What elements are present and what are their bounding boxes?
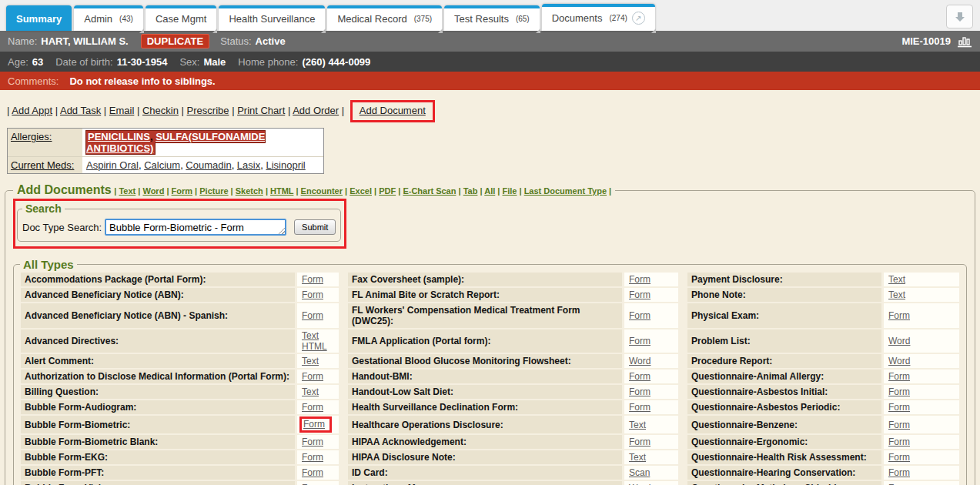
doc-type-link-last-document-type[interactable]: Last Document Type (524, 186, 607, 196)
doc-type-link-sketch[interactable]: Sketch (236, 186, 263, 196)
tab-summary[interactable]: Summary (6, 5, 72, 31)
doc-type-link-word[interactable]: Word (142, 186, 164, 196)
doc-type-link-all[interactable]: All (484, 186, 495, 196)
tab-test-results[interactable]: Test Results(65) (444, 5, 540, 31)
action-checkin[interactable]: Checkin (142, 105, 179, 116)
doc-link-word[interactable]: Word (629, 356, 651, 366)
doc-type-link-tab[interactable]: Tab (463, 186, 478, 196)
doc-link-form[interactable]: Form (888, 386, 910, 397)
doc-type-link-pdf[interactable]: PDF (379, 186, 396, 196)
patient-phone: (260) 444-0099 (302, 56, 370, 68)
allergy-penicillins[interactable]: PENICILLINS (88, 131, 150, 142)
tab-documents[interactable]: Documents(274)↗ (542, 4, 655, 31)
tab-health-surveillance[interactable]: Health Surveillance (219, 5, 325, 31)
patient-dob: 11-30-1954 (117, 56, 168, 68)
patient-status: Active (256, 35, 286, 47)
doc-link-text[interactable]: Text (888, 274, 905, 285)
doc-link-form[interactable]: Form (303, 419, 325, 430)
doc-link-form[interactable]: Form (302, 467, 323, 478)
table-row: Bubble Form-PFT:FormID Card:ScanQuestion… (21, 466, 959, 480)
doc-link-form[interactable]: Form (302, 436, 323, 447)
doc-link-form[interactable]: Form (302, 289, 323, 300)
doc-link-form[interactable]: Form (629, 289, 651, 300)
bar-chart-icon[interactable] (957, 35, 972, 48)
med-lisinopril[interactable]: Lisinopril (266, 159, 305, 171)
action-add-document[interactable]: Add Document (360, 105, 426, 116)
doc-link-word[interactable]: Word (888, 356, 910, 366)
doc-type-links-cell: TextHTML (297, 329, 339, 353)
doc-link-form[interactable]: Form (888, 420, 910, 430)
doc-link-word[interactable]: Word (888, 336, 910, 346)
column-gap (681, 370, 685, 383)
doc-link-form[interactable]: Form (629, 386, 651, 397)
doc-link-form[interactable]: Form (888, 452, 910, 463)
doc-link-form[interactable]: Form (888, 310, 910, 321)
doc-type-label: Bubble Form-Audiogram: (21, 400, 295, 414)
doc-link-form[interactable]: Form (302, 452, 323, 463)
doc-link-form[interactable]: Form (629, 402, 651, 413)
doc-type-quick-links: | Text | Word | Form | Picture | Sketch … (114, 186, 611, 196)
med-aspirin-oral[interactable]: Aspirin Oral (86, 159, 139, 171)
doc-link-form[interactable]: Form (629, 310, 651, 321)
doc-type-link-excel[interactable]: Excel (350, 186, 372, 196)
doc-link-form[interactable]: Form (888, 371, 910, 382)
doc-type-link-text[interactable]: Text (119, 186, 135, 196)
add-documents-section: Add Documents | Text | Word | Form | Pic… (5, 183, 975, 485)
doc-link-form[interactable]: Form (302, 371, 323, 382)
doc-type-link-html[interactable]: HTML (270, 186, 293, 196)
doc-link-text[interactable]: Text (629, 420, 646, 430)
doc-type-link-picture[interactable]: Picture (199, 186, 228, 196)
tab-admin[interactable]: Admin(43) (74, 5, 143, 31)
action-add-appt[interactable]: Add Appt (12, 105, 52, 116)
doc-type-links-cell: Form (884, 385, 959, 399)
action-add-task[interactable]: Add Task (60, 105, 101, 116)
doc-link-text[interactable]: Text (888, 289, 905, 300)
doc-type-label: FMLA Application (Portal form): (348, 329, 622, 353)
action-add-order[interactable]: Add Order (293, 105, 339, 116)
doc-link-form[interactable]: Form (888, 467, 910, 478)
action-prescribe[interactable]: Prescribe (187, 105, 229, 116)
submit-button[interactable]: Submit (294, 219, 336, 235)
doc-type-label: Handout-Low Salt Diet: (348, 385, 622, 399)
doc-type-link-encounter[interactable]: Encounter (301, 186, 343, 196)
doc-link-form[interactable]: Form (629, 436, 651, 447)
doc-link-text[interactable]: Text (302, 330, 319, 341)
doc-link-scan[interactable]: Scan (629, 467, 650, 478)
collapse-chart-button[interactable] (946, 5, 973, 28)
doc-link-text[interactable]: Text (302, 386, 319, 397)
doc-link-form[interactable]: Form (629, 371, 651, 382)
column-gap (681, 329, 685, 353)
column-gap (681, 400, 685, 414)
doc-link-form[interactable]: Form (888, 436, 910, 447)
doc-link-form[interactable]: Form (629, 336, 651, 346)
doc-link-form[interactable]: Form (629, 274, 651, 285)
doc-link-form[interactable]: Form (302, 402, 323, 413)
doc-type-label: Accommodations Package (Portal Form): (21, 273, 295, 286)
doc-link-html[interactable]: HTML (302, 341, 327, 352)
doc-link-form[interactable]: Form (302, 310, 323, 321)
doc-link-text[interactable]: Text (629, 452, 646, 463)
doc-link-form[interactable]: Form (888, 402, 910, 413)
med-coumadin[interactable]: Coumadin (186, 159, 231, 171)
doc-type-search-input[interactable] (105, 219, 286, 236)
doc-type-link-e-chart-scan[interactable]: E-Chart Scan (403, 186, 456, 196)
allergies-link[interactable]: Allergies: (8, 129, 82, 156)
doc-type-links-cell: Form (297, 288, 339, 302)
tab-medical-record[interactable]: Medical Record(375) (327, 5, 442, 31)
doc-link-form[interactable]: Form (302, 274, 323, 285)
current-meds-link[interactable]: Current Meds: (8, 157, 82, 173)
doc-type-label: Fax Coversheet (sample): (348, 273, 622, 286)
med-calcium[interactable]: Calcium (144, 159, 180, 171)
open-in-new-icon[interactable]: ↗ (632, 12, 645, 25)
doc-type-link-form[interactable]: Form (172, 186, 193, 196)
tab-label: Documents (552, 12, 603, 24)
action-print-chart[interactable]: Print Chart (237, 105, 285, 116)
doc-type-label: Physical Exam: (687, 303, 881, 328)
tab-case-mgmt[interactable]: Case Mgmt (145, 5, 216, 31)
doc-type-link-file[interactable]: File (502, 186, 517, 196)
doc-link-text[interactable]: Text (302, 356, 319, 366)
patient-age: 63 (32, 56, 43, 68)
med-lasix[interactable]: Lasix (237, 159, 260, 171)
dob-label: Date of birth: (55, 56, 112, 68)
action-email[interactable]: Email (109, 105, 135, 116)
